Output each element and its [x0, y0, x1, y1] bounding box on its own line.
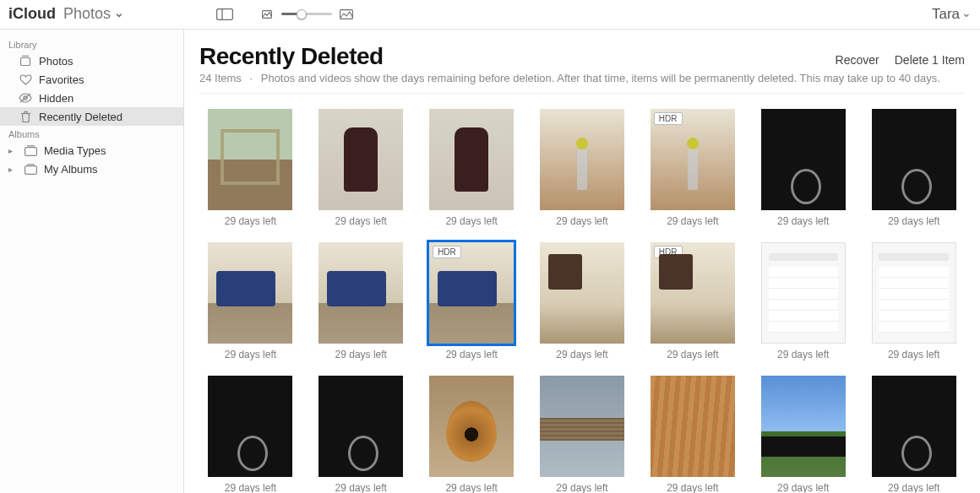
- photo-stack-icon: [19, 54, 32, 68]
- photo-thumbnail[interactable]: HDR: [651, 242, 735, 344]
- photo-cell: 29 days left: [208, 109, 293, 227]
- large-thumb-icon: [337, 8, 356, 21]
- delete-button[interactable]: Delete 1 Item: [895, 53, 965, 67]
- days-left-label: 29 days left: [445, 349, 497, 360]
- app-name: iCloud: [8, 5, 56, 23]
- sidebar-item-label: Favorites: [39, 73, 84, 86]
- photo-thumbnail[interactable]: [872, 376, 956, 477]
- toggle-sidebar-button[interactable]: [215, 8, 234, 21]
- days-left-label: 29 days left: [225, 349, 276, 360]
- sidebar-section-title: Albums: [0, 126, 183, 141]
- disclosure-triangle-icon[interactable]: ▸: [8, 146, 17, 155]
- app-title-menu[interactable]: iCloud Photos: [8, 5, 124, 23]
- photo-cell: 29 days left: [540, 109, 625, 227]
- days-left-label: 29 days left: [335, 482, 387, 493]
- days-left-label: 29 days left: [888, 349, 939, 360]
- sidebar-item-favorites[interactable]: Favorites: [0, 70, 183, 89]
- days-left-label: 29 days left: [225, 215, 276, 227]
- days-left-label: 29 days left: [888, 215, 939, 227]
- svg-rect-4: [21, 58, 30, 66]
- sidebar-item-label: Media Types: [44, 144, 106, 157]
- sidebar-item-media-types[interactable]: ▸Media Types: [0, 141, 183, 160]
- user-menu[interactable]: Tara: [932, 6, 972, 23]
- sidebar-item-label: Recently Deleted: [39, 111, 122, 123]
- sidebar-item-label: Hidden: [39, 92, 74, 105]
- sidebar-item-recently-deleted[interactable]: Recently Deleted: [0, 107, 183, 126]
- photo-thumbnail[interactable]: HDR: [429, 242, 514, 344]
- photo-cell: 29 days left: [429, 109, 514, 227]
- days-left-label: 29 days left: [667, 215, 718, 227]
- photo-thumbnail[interactable]: [872, 109, 956, 210]
- content: Recently Deleted Recover Delete 1 Item 2…: [184, 30, 980, 493]
- photo-thumbnail[interactable]: [318, 242, 403, 344]
- days-left-label: 29 days left: [777, 349, 829, 360]
- days-left-label: 29 days left: [445, 215, 497, 227]
- albums-icon: [24, 144, 37, 157]
- days-left-label: 29 days left: [556, 215, 607, 227]
- photo-thumbnail[interactable]: [651, 376, 735, 477]
- slider-handle[interactable]: [297, 9, 307, 19]
- photo-cell: 29 days left: [871, 242, 956, 360]
- photo-thumbnail[interactable]: [429, 109, 514, 210]
- chevron-down-icon: [960, 6, 972, 23]
- photo-cell: 29 days left: [208, 376, 293, 493]
- days-left-label: 29 days left: [667, 349, 718, 360]
- days-left-label: 29 days left: [777, 482, 829, 493]
- eye-slash-icon: [19, 91, 32, 105]
- photo-thumbnail[interactable]: [761, 109, 846, 210]
- photo-thumbnail[interactable]: [540, 109, 624, 210]
- days-left-label: 29 days left: [335, 349, 387, 360]
- photo-thumbnail[interactable]: [540, 376, 624, 477]
- photo-cell: 29 days left: [760, 376, 846, 493]
- albums-icon: [24, 162, 37, 176]
- subtitle-text: Photos and videos show the days remainin…: [261, 72, 940, 84]
- photo-cell: 29 days left: [650, 376, 735, 493]
- photo-thumbnail[interactable]: [540, 242, 624, 344]
- hdr-badge: HDR: [433, 246, 461, 258]
- days-left-label: 29 days left: [667, 482, 718, 493]
- svg-rect-8: [24, 147, 36, 155]
- photo-cell: 29 days left: [540, 376, 625, 493]
- days-left-label: 29 days left: [777, 215, 829, 227]
- sidebar-item-label: My Albums: [44, 163, 98, 176]
- sidebar-item-photos[interactable]: Photos: [0, 51, 183, 70]
- topbar: iCloud Photos Tara: [0, 0, 980, 29]
- page-title: Recently Deleted: [199, 43, 384, 70]
- photo-thumbnail[interactable]: HDR: [651, 109, 735, 210]
- sidebar-item-my-albums[interactable]: ▸My Albums: [0, 160, 183, 178]
- photo-thumbnail[interactable]: [429, 376, 514, 477]
- photo-cell: 29 days left: [208, 242, 293, 360]
- sidebar-section-title: Library: [0, 36, 183, 51]
- slider-track[interactable]: [281, 13, 332, 15]
- recover-button[interactable]: Recover: [836, 53, 879, 67]
- photo-thumbnail[interactable]: [208, 109, 292, 210]
- chevron-down-icon: [112, 5, 124, 23]
- photo-grid: 29 days left29 days left29 days left29 d…: [199, 94, 965, 493]
- photo-cell: 29 days left: [760, 109, 846, 227]
- sidebar-item-hidden[interactable]: Hidden: [0, 89, 183, 107]
- photo-thumbnail[interactable]: [208, 376, 292, 477]
- photo-cell: 29 days left: [318, 242, 404, 360]
- photo-cell: 29 days left: [318, 376, 404, 493]
- sidebar: LibraryPhotosFavoritesHiddenRecently Del…: [0, 30, 184, 493]
- days-left-label: 29 days left: [556, 482, 607, 493]
- photo-cell: 29 days left: [318, 109, 404, 227]
- main: LibraryPhotosFavoritesHiddenRecently Del…: [0, 29, 980, 493]
- svg-rect-0: [217, 8, 233, 19]
- heart-icon: [19, 73, 32, 86]
- photo-cell: HDR29 days left: [429, 242, 514, 360]
- photo-cell: HDR29 days left: [650, 242, 735, 360]
- photo-thumbnail[interactable]: [872, 242, 956, 344]
- photo-thumbnail[interactable]: [318, 109, 403, 210]
- disclosure-triangle-icon[interactable]: ▸: [8, 165, 17, 174]
- days-left-label: 29 days left: [556, 349, 607, 360]
- photo-thumbnail[interactable]: [761, 376, 846, 477]
- photo-thumbnail[interactable]: [318, 376, 403, 477]
- photo-cell: 29 days left: [540, 242, 625, 360]
- app-section-name: Photos: [63, 5, 111, 23]
- photo-thumbnail[interactable]: [208, 242, 292, 344]
- thumbnail-size-slider[interactable]: [258, 8, 356, 21]
- photo-thumbnail[interactable]: [761, 242, 846, 344]
- small-thumb-icon: [258, 8, 276, 21]
- item-count: 24 Items: [199, 72, 242, 84]
